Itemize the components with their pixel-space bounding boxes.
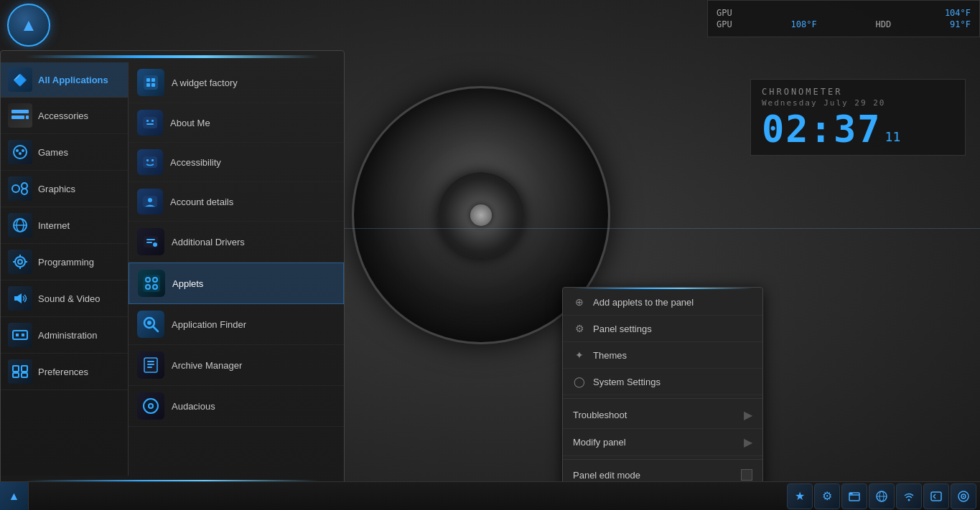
applets-label: Applets bbox=[172, 278, 203, 289]
ctx-panel-edit-checkbox[interactable] bbox=[741, 469, 752, 481]
sidebar-item-preferences[interactable]: Preferences bbox=[1, 354, 128, 390]
svg-rect-23 bbox=[22, 366, 27, 372]
graphics-label: Graphics bbox=[38, 184, 75, 194]
taskbar-btn-settings[interactable]: ⚙ bbox=[814, 483, 840, 509]
svg-point-58 bbox=[149, 405, 152, 407]
archive-manager-icon bbox=[137, 351, 164, 379]
svg-rect-37 bbox=[151, 159, 154, 161]
sound-icon bbox=[8, 286, 32, 311]
sidebar-item-graphics[interactable]: Graphics bbox=[1, 171, 128, 207]
taskbar-btn-star[interactable]: ★ bbox=[787, 483, 813, 509]
launcher-icon[interactable]: ▲ bbox=[7, 4, 50, 47]
svg-rect-21 bbox=[22, 334, 24, 336]
chronometer-widget: Chronometer Wednesday July 29 20 02:37 1… bbox=[750, 79, 966, 156]
app-item-accessibility[interactable]: Accessibility bbox=[129, 143, 344, 182]
sidebar-item-sound-video[interactable]: Sound & Video bbox=[1, 280, 128, 317]
sidebar-item-administration[interactable]: Administration bbox=[1, 317, 128, 354]
gpu-row-1: GPU 104°F bbox=[717, 8, 971, 18]
svg-point-9 bbox=[22, 189, 27, 194]
menu-top-bar bbox=[9, 55, 335, 58]
sidebar-item-programming[interactable]: Programming bbox=[1, 244, 128, 280]
gpu-label-1: GPU bbox=[717, 8, 732, 18]
svg-rect-41 bbox=[146, 239, 155, 240]
svg-rect-35 bbox=[143, 156, 157, 168]
sidebar-item-all-applications[interactable]: 🔷 All Applications bbox=[1, 62, 128, 98]
ctx-add-applets[interactable]: ⊕ Add applets to the panel bbox=[563, 289, 762, 316]
applets-icon bbox=[138, 270, 165, 297]
svg-rect-27 bbox=[146, 78, 150, 82]
chrono-date: Wednesday July 29 20 bbox=[762, 98, 954, 108]
categories-panel: 🔷 All Applications Accessories Games bbox=[1, 62, 129, 476]
app-item-additional-drivers[interactable]: Additional Drivers bbox=[129, 222, 344, 263]
preferences-label: Preferences bbox=[38, 367, 88, 377]
svg-point-5 bbox=[22, 149, 24, 152]
ctx-modify-panel[interactable]: Modify panel ▶ bbox=[563, 429, 762, 456]
ctx-add-applets-label: Add applets to the panel bbox=[593, 297, 694, 308]
account-details-label: Account details bbox=[170, 197, 233, 207]
ctx-themes[interactable]: ✦ Themes bbox=[563, 342, 762, 369]
internet-label: Internet bbox=[38, 220, 70, 231]
app-menu-panel: 🔷 All Applications Accessories Games bbox=[0, 50, 345, 488]
app-item-applets[interactable]: Applets bbox=[129, 263, 344, 304]
ctx-panel-settings[interactable]: ⚙ Panel settings bbox=[563, 316, 762, 342]
all-apps-icon: 🔷 bbox=[8, 67, 32, 92]
svg-point-67 bbox=[963, 496, 964, 497]
app-item-about-me[interactable]: About Me bbox=[129, 103, 344, 143]
widget-factory-label: A widget factory bbox=[172, 77, 238, 88]
archive-manager-label: Archive Manager bbox=[172, 360, 242, 371]
ctx-add-icon: ⊕ bbox=[573, 296, 586, 308]
ctx-system-icon: ◯ bbox=[573, 375, 586, 388]
sidebar-item-internet[interactable]: Internet bbox=[1, 207, 128, 244]
ctx-modify-panel-label: Modify panel bbox=[573, 437, 626, 448]
taskbar-btn-browser[interactable] bbox=[869, 483, 895, 509]
app-item-application-finder[interactable]: Application Finder bbox=[129, 304, 344, 345]
ctx-themes-label: Themes bbox=[593, 350, 627, 361]
taskbar-btn-wifi[interactable] bbox=[896, 483, 922, 509]
taskbar-right: ★ ⚙ bbox=[787, 483, 980, 509]
app-launcher[interactable]: ▲ bbox=[7, 4, 57, 54]
svg-rect-2 bbox=[26, 115, 29, 119]
svg-rect-0 bbox=[11, 110, 29, 113]
taskbar-start-button[interactable]: ▲ bbox=[0, 482, 29, 511]
apps-list: A widget factory About Me Accessibility bbox=[129, 62, 344, 476]
app-item-archive-manager[interactable]: Archive Manager bbox=[129, 345, 344, 386]
svg-rect-30 bbox=[151, 83, 155, 87]
games-icon bbox=[8, 140, 32, 164]
ctx-themes-icon: ✦ bbox=[573, 349, 586, 362]
svg-rect-29 bbox=[146, 83, 150, 87]
app-item-widget-factory[interactable]: A widget factory bbox=[129, 62, 344, 103]
svg-rect-28 bbox=[151, 78, 155, 82]
svg-point-14 bbox=[18, 260, 22, 264]
taskbar-btn-files[interactable] bbox=[841, 483, 867, 509]
svg-rect-44 bbox=[143, 275, 160, 292]
taskbar-btn-terminal[interactable] bbox=[923, 483, 949, 509]
ctx-system-settings-label: System Settings bbox=[593, 377, 661, 387]
app-item-account-details[interactable]: Account details bbox=[129, 182, 344, 222]
taskbar-btn-network[interactable] bbox=[951, 483, 976, 509]
chrono-time-row: 02:37 11 bbox=[762, 110, 954, 148]
svg-rect-36 bbox=[146, 159, 149, 161]
hdd-label: HDD bbox=[876, 19, 892, 29]
sidebar-item-games[interactable]: Games bbox=[1, 134, 128, 171]
internet-icon bbox=[8, 213, 32, 237]
ctx-troubleshoot[interactable]: Troubleshoot ▶ bbox=[563, 402, 762, 429]
widget-factory-icon bbox=[137, 69, 164, 96]
preferences-icon bbox=[8, 359, 32, 384]
menu-body: 🔷 All Applications Accessories Games bbox=[1, 62, 344, 476]
svg-rect-33 bbox=[151, 120, 154, 122]
gpu-value-2: 108°F bbox=[791, 19, 817, 29]
sidebar-item-accessories[interactable]: Accessories bbox=[1, 98, 128, 134]
svg-rect-20 bbox=[16, 334, 19, 336]
svg-point-13 bbox=[15, 257, 25, 267]
svg-rect-53 bbox=[147, 361, 154, 362]
svg-rect-34 bbox=[146, 123, 154, 125]
svg-rect-31 bbox=[143, 117, 157, 128]
ctx-system-settings[interactable]: ◯ System Settings bbox=[563, 369, 762, 395]
app-item-audacious[interactable]: Audacious bbox=[129, 386, 344, 427]
svg-rect-64 bbox=[931, 492, 941, 501]
svg-rect-55 bbox=[147, 367, 152, 368]
administration-icon bbox=[8, 323, 32, 347]
svg-point-4 bbox=[16, 149, 19, 152]
gpu-row-2: GPU 108°F HDD 91°F bbox=[717, 19, 971, 29]
ctx-troubleshoot-label: Troubleshoot bbox=[573, 410, 627, 420]
